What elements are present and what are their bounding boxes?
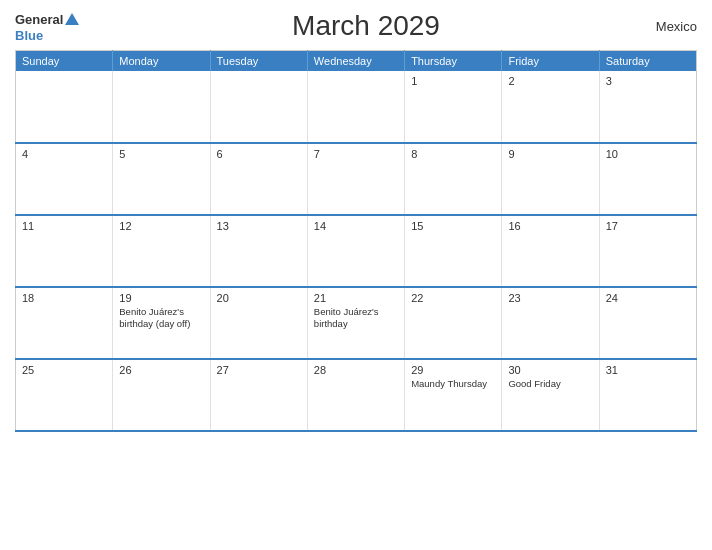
weekday-header-row: SundayMondayTuesdayWednesdayThursdayFrid… [16,51,697,72]
header: General Blue March 2029 Mexico [15,10,697,42]
calendar-day-cell: 24 [599,287,696,359]
calendar-day-cell: 4 [16,143,113,215]
calendar-day-cell: 30Good Friday [502,359,599,431]
day-number: 12 [119,220,203,232]
calendar-day-cell: 14 [307,215,404,287]
day-number: 5 [119,148,203,160]
calendar-day-cell: 23 [502,287,599,359]
logo-icon [63,11,81,29]
calendar-week-row: 1819Benito Juárez's birthday (day off)20… [16,287,697,359]
calendar-week-row: 11121314151617 [16,215,697,287]
day-event: Benito Juárez's birthday [314,306,398,331]
logo: General Blue [15,11,95,42]
weekday-header-monday: Monday [113,51,210,72]
calendar-day-cell: 17 [599,215,696,287]
calendar-day-cell [210,71,307,143]
calendar-day-cell: 29Maundy Thursday [405,359,502,431]
calendar-day-cell [307,71,404,143]
calendar-day-cell: 31 [599,359,696,431]
day-number: 3 [606,75,690,87]
country-label: Mexico [637,19,697,34]
calendar-day-cell: 10 [599,143,696,215]
calendar-day-cell: 1 [405,71,502,143]
weekday-header-thursday: Thursday [405,51,502,72]
calendar-day-cell: 13 [210,215,307,287]
calendar-day-cell: 2 [502,71,599,143]
day-number: 17 [606,220,690,232]
day-number: 31 [606,364,690,376]
calendar-day-cell: 12 [113,215,210,287]
day-number: 23 [508,292,592,304]
calendar-day-cell: 28 [307,359,404,431]
day-number: 27 [217,364,301,376]
day-number: 4 [22,148,106,160]
day-number: 29 [411,364,495,376]
day-number: 10 [606,148,690,160]
day-event: Good Friday [508,378,592,390]
page-title: March 2029 [95,10,637,42]
calendar-day-cell [113,71,210,143]
weekday-header-saturday: Saturday [599,51,696,72]
calendar-week-row: 2526272829Maundy Thursday30Good Friday31 [16,359,697,431]
day-number: 11 [22,220,106,232]
day-number: 24 [606,292,690,304]
calendar-day-cell: 3 [599,71,696,143]
calendar-table: SundayMondayTuesdayWednesdayThursdayFrid… [15,50,697,432]
calendar-week-row: 45678910 [16,143,697,215]
day-number: 21 [314,292,398,304]
day-number: 15 [411,220,495,232]
calendar-day-cell: 16 [502,215,599,287]
calendar-day-cell: 26 [113,359,210,431]
logo-general: General [15,13,63,26]
day-number: 30 [508,364,592,376]
calendar-day-cell: 5 [113,143,210,215]
day-number: 28 [314,364,398,376]
weekday-header-wednesday: Wednesday [307,51,404,72]
calendar-day-cell: 27 [210,359,307,431]
day-number: 25 [22,364,106,376]
calendar-day-cell: 20 [210,287,307,359]
calendar-day-cell: 11 [16,215,113,287]
weekday-header-sunday: Sunday [16,51,113,72]
day-number: 1 [411,75,495,87]
day-number: 7 [314,148,398,160]
calendar-day-cell: 21Benito Juárez's birthday [307,287,404,359]
calendar-day-cell: 19Benito Juárez's birthday (day off) [113,287,210,359]
day-number: 14 [314,220,398,232]
day-event: Maundy Thursday [411,378,495,390]
calendar-day-cell: 22 [405,287,502,359]
calendar-day-cell: 9 [502,143,599,215]
day-number: 9 [508,148,592,160]
day-number: 8 [411,148,495,160]
logo-blue: Blue [15,29,43,42]
weekday-header-friday: Friday [502,51,599,72]
calendar-day-cell: 7 [307,143,404,215]
svg-marker-0 [65,13,79,25]
day-number: 22 [411,292,495,304]
calendar-day-cell [16,71,113,143]
calendar-page: General Blue March 2029 Mexico SundayMon… [0,0,712,550]
day-number: 20 [217,292,301,304]
day-number: 13 [217,220,301,232]
day-number: 16 [508,220,592,232]
calendar-day-cell: 8 [405,143,502,215]
day-number: 26 [119,364,203,376]
day-number: 6 [217,148,301,160]
calendar-week-row: 123 [16,71,697,143]
weekday-header-tuesday: Tuesday [210,51,307,72]
day-number: 18 [22,292,106,304]
calendar-day-cell: 18 [16,287,113,359]
day-number: 19 [119,292,203,304]
calendar-day-cell: 25 [16,359,113,431]
day-number: 2 [508,75,592,87]
calendar-day-cell: 15 [405,215,502,287]
day-event: Benito Juárez's birthday (day off) [119,306,203,331]
calendar-day-cell: 6 [210,143,307,215]
